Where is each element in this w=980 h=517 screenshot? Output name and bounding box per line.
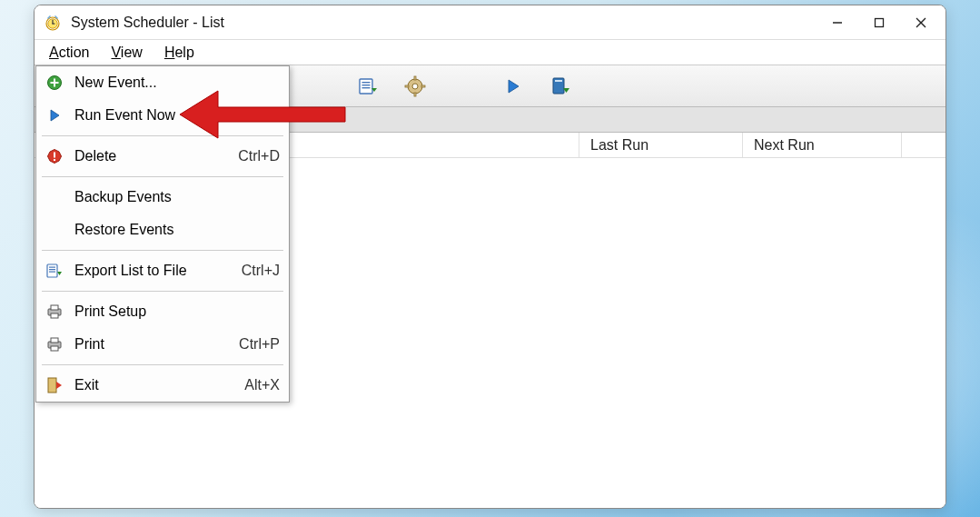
svg-rect-25 [54, 159, 55, 161]
svg-rect-5 [876, 18, 884, 26]
play-icon [44, 104, 65, 126]
menu-bar: Action View Help [35, 40, 945, 65]
svg-rect-34 [51, 338, 58, 343]
svg-rect-17 [421, 85, 425, 87]
menu-print-setup-label: Print Setup [74, 303, 280, 320]
svg-rect-31 [51, 305, 58, 310]
menu-exit-label: Exit [74, 377, 233, 393]
menu-new-event[interactable]: New Event... [36, 66, 289, 99]
svg-rect-10 [362, 85, 371, 85]
svg-rect-29 [49, 272, 55, 273]
svg-rect-16 [405, 85, 409, 87]
exit-door-icon [44, 374, 65, 396]
svg-rect-8 [360, 79, 372, 94]
gear-icon[interactable] [403, 75, 427, 98]
menu-run-event-shortcut: Ctrl+R [238, 107, 280, 124]
menu-new-event-label: New Event... [74, 75, 269, 91]
menu-delete[interactable]: Delete Ctrl+D [36, 140, 289, 173]
menu-separator [42, 250, 283, 251]
menu-action[interactable]: Action [38, 43, 100, 63]
svg-rect-14 [414, 76, 416, 80]
column-last-run[interactable]: Last Run [579, 133, 743, 157]
action-dropdown-menu: New Event... Run Event Now Ctrl+R Delete… [35, 65, 290, 403]
window-title: System Scheduler - List [71, 15, 817, 31]
maximize-button[interactable] [858, 8, 900, 37]
column-end[interactable] [902, 133, 945, 157]
delete-icon [44, 145, 65, 167]
printer-icon [44, 301, 65, 323]
printer-icon [44, 333, 65, 355]
menu-separator [42, 176, 283, 177]
menu-export[interactable]: Export List to File Ctrl+J [36, 254, 289, 287]
menu-exit-shortcut: Alt+X [244, 377, 280, 393]
menu-delete-label: Delete [74, 148, 227, 164]
column-next-run[interactable]: Next Run [743, 133, 902, 157]
clock-app-icon [44, 14, 62, 32]
plus-circle-icon [44, 72, 65, 94]
svg-rect-11 [362, 87, 371, 88]
menu-exit[interactable]: Exit Alt+X [36, 369, 289, 402]
menu-print-label: Print [74, 336, 228, 353]
menu-restore[interactable]: Restore Events [36, 214, 289, 246]
title-bar: System Scheduler - List [35, 5, 945, 40]
svg-rect-28 [49, 269, 55, 270]
minimize-button[interactable] [817, 8, 858, 37]
svg-rect-22 [51, 82, 59, 84]
book-run-icon[interactable] [549, 75, 572, 98]
menu-run-event[interactable]: Run Event Now Ctrl+R [36, 99, 289, 132]
menu-help[interactable]: Help [153, 43, 205, 63]
svg-rect-26 [47, 264, 57, 277]
menu-restore-label: Restore Events [74, 222, 280, 238]
menu-separator [42, 135, 283, 136]
export-icon[interactable] [356, 75, 380, 98]
menu-print[interactable]: Print Ctrl+P [36, 328, 289, 361]
close-button[interactable] [900, 8, 942, 37]
menu-backup-label: Backup Events [74, 189, 280, 205]
svg-rect-19 [555, 80, 562, 82]
menu-delete-shortcut: Ctrl+D [238, 148, 280, 164]
menu-print-setup[interactable]: Print Setup [36, 295, 289, 328]
window-controls [817, 8, 942, 37]
svg-rect-15 [414, 93, 416, 96]
menu-export-label: Export List to File [74, 263, 231, 279]
menu-separator [42, 291, 283, 292]
blank-icon [44, 186, 65, 208]
svg-rect-27 [49, 267, 55, 268]
svg-rect-35 [51, 346, 58, 351]
svg-rect-36 [48, 378, 56, 393]
menu-export-shortcut: Ctrl+J [242, 263, 280, 279]
svg-rect-32 [51, 313, 58, 318]
svg-point-13 [412, 84, 418, 89]
menu-separator [42, 364, 283, 365]
svg-rect-24 [54, 153, 55, 158]
svg-rect-3 [52, 23, 54, 24]
svg-rect-9 [362, 82, 371, 83]
play-icon[interactable] [501, 75, 525, 98]
menu-backup[interactable]: Backup Events [36, 181, 289, 214]
blank-icon [44, 219, 65, 241]
menu-print-shortcut: Ctrl+P [239, 336, 280, 353]
menu-view[interactable]: View [100, 43, 153, 63]
menu-run-event-label: Run Event Now [74, 107, 227, 124]
export-file-icon [44, 260, 65, 282]
